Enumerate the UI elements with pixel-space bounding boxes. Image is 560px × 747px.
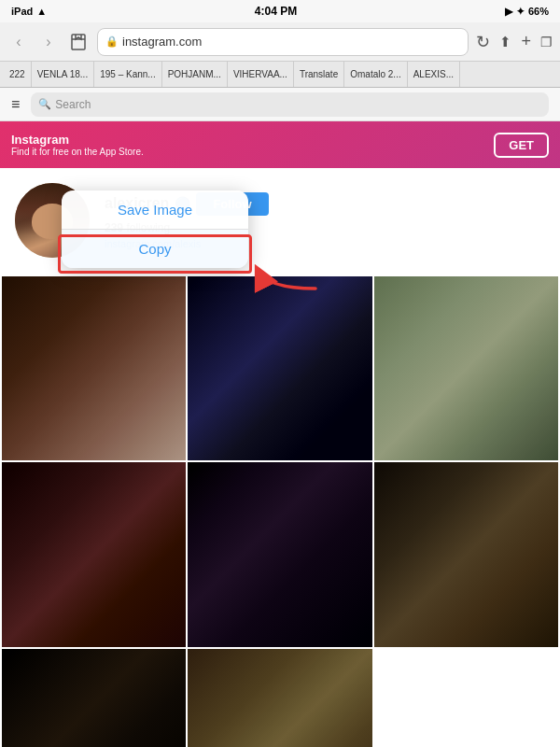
- wifi-icon: ▲: [36, 6, 47, 17]
- profile-row: Save Image Copy: [15, 183, 545, 258]
- context-menu: Save Image Copy: [62, 190, 248, 268]
- hamburger-menu[interactable]: ≡: [11, 96, 20, 113]
- share-button[interactable]: ⬆: [499, 34, 511, 50]
- profile-section: Save Image Copy: [0, 168, 560, 275]
- photo-cell-4[interactable]: [2, 462, 186, 646]
- status-right: ▶ ✦ 66%: [505, 6, 549, 18]
- search-bar[interactable]: 🔍 Search: [31, 92, 549, 117]
- back-button[interactable]: ‹: [7, 31, 30, 53]
- photo-cell-3[interactable]: [374, 276, 558, 460]
- photo-cell-2[interactable]: [188, 276, 371, 460]
- status-time: 4:04 PM: [255, 5, 297, 18]
- address-bar[interactable]: 🔒 instagram.com: [97, 28, 469, 56]
- bluetooth-icon: ✦: [516, 6, 525, 18]
- tab-alexis[interactable]: ALEXIS...: [408, 62, 460, 87]
- tab-translate[interactable]: Translate: [294, 62, 344, 87]
- status-bar: iPad ▲ 4:04 PM ▶ ✦ 66%: [0, 0, 560, 22]
- new-tab-button[interactable]: +: [521, 32, 531, 51]
- signal-icon: ▶: [505, 6, 512, 18]
- tab-195[interactable]: 195 – Kann...: [94, 62, 162, 87]
- save-image-menu-item[interactable]: Save Image: [62, 190, 248, 229]
- search-icon: 🔍: [38, 98, 51, 110]
- get-app-button[interactable]: GET: [494, 133, 549, 158]
- photo-cell-7[interactable]: [2, 649, 186, 747]
- tab-omatalo[interactable]: Omatalo 2...: [344, 62, 407, 87]
- app-banner-title: Instagram: [11, 133, 144, 147]
- app-banner-text: Instagram Find it for free on the App St…: [11, 133, 144, 157]
- photo-grid: [0, 275, 560, 747]
- copy-menu-item[interactable]: Copy: [62, 230, 248, 268]
- search-placeholder: Search: [55, 98, 91, 111]
- reload-button[interactable]: ↻: [476, 32, 490, 52]
- tab-venla[interactable]: VENLA 18...: [32, 62, 94, 87]
- battery-label: 66%: [528, 6, 549, 17]
- context-menu-overlay: Save Image Copy: [62, 190, 248, 268]
- photo-cell-1[interactable]: [2, 276, 186, 460]
- device-label: iPad: [11, 6, 33, 17]
- photo-cell-8[interactable]: [188, 649, 371, 747]
- forward-button[interactable]: ›: [37, 31, 60, 53]
- avatar-container: Save Image Copy: [15, 183, 90, 258]
- tab-222[interactable]: 222: [4, 62, 32, 87]
- tab-bar: 222 VENLA 18... 195 – Kann... POHJANM...…: [0, 62, 560, 88]
- app-banner: Instagram Find it for free on the App St…: [0, 121, 560, 168]
- browser-toolbar: ‹ › 🔒 instagram.com ↻ ⬆ + ❐: [0, 22, 560, 62]
- status-left: iPad ▲: [11, 6, 47, 17]
- url-text: instagram.com: [122, 35, 202, 49]
- photo-cell-5[interactable]: [188, 462, 371, 646]
- lock-icon: 🔒: [105, 35, 119, 48]
- menu-bar: ≡ 🔍 Search: [0, 88, 560, 121]
- browser-actions: ↻ ⬆ + ❐: [476, 32, 553, 52]
- tab-pohjanm[interactable]: POHJANM...: [162, 62, 228, 87]
- app-banner-subtitle: Find it for free on the App Store.: [11, 147, 144, 157]
- tab-viherva[interactable]: VIHERVAA...: [228, 62, 294, 87]
- tabs-button[interactable]: ❐: [540, 35, 553, 49]
- bookmarks-button[interactable]: [67, 31, 90, 53]
- photo-cell-6[interactable]: [374, 462, 558, 646]
